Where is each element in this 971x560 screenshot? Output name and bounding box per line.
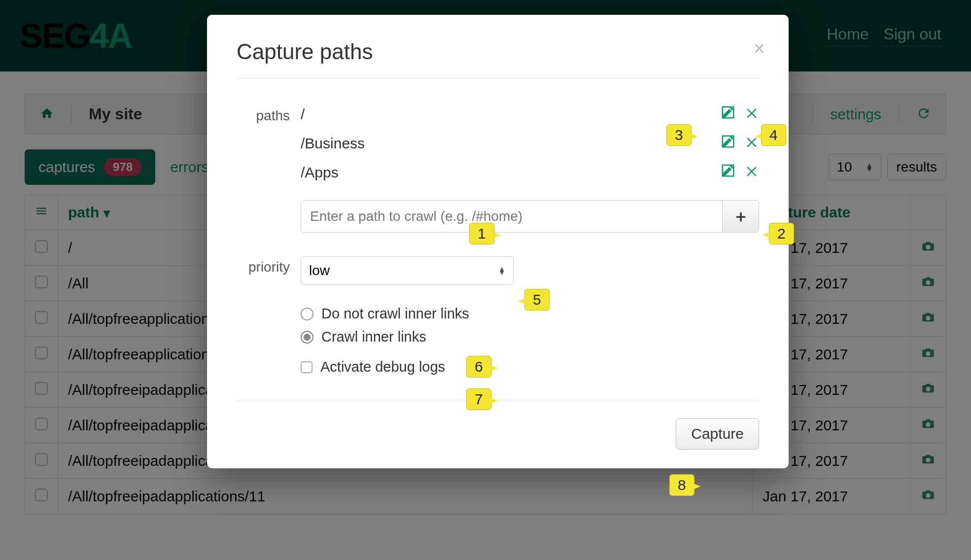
- debug-label: Activate debug logs: [320, 359, 445, 375]
- priority-value: low: [309, 263, 330, 279]
- priority-label: priority: [237, 256, 301, 275]
- callout-3: 3: [666, 124, 692, 146]
- path-entry: /: [301, 105, 759, 123]
- radio-crawl[interactable]: Crawl inner links: [301, 329, 759, 345]
- radio-no-crawl-label: Do not crawl inner links: [321, 306, 469, 322]
- paths-list: //Business/Apps: [301, 105, 759, 192]
- add-path-button[interactable]: ＋: [722, 201, 759, 232]
- path-input-group: ＋: [301, 200, 759, 233]
- capture-button[interactable]: Capture: [676, 418, 759, 450]
- radio-crawl-label: Crawl inner links: [321, 329, 426, 345]
- path-text: /Business: [301, 135, 365, 152]
- radio-icon: [301, 308, 313, 320]
- edit-icon[interactable]: [721, 105, 735, 123]
- edit-icon[interactable]: [721, 134, 735, 152]
- debug-checkbox[interactable]: Activate debug logs: [301, 359, 759, 375]
- callout-1: 1: [469, 223, 494, 245]
- select-arrows-icon: ▲▼: [498, 267, 505, 275]
- callout-4: 4: [761, 124, 786, 146]
- modal-title: Capture paths: [237, 39, 759, 78]
- path-entry: /Apps: [301, 163, 759, 181]
- paths-label: paths: [237, 105, 301, 124]
- delete-icon[interactable]: [744, 163, 759, 181]
- delete-icon[interactable]: [744, 105, 759, 123]
- radio-icon: [301, 331, 313, 344]
- close-icon[interactable]: ×: [754, 38, 765, 58]
- callout-2: 2: [769, 223, 794, 245]
- capture-paths-modal: × Capture paths paths //Business/Apps ＋ …: [207, 15, 789, 468]
- callout-7: 7: [466, 388, 491, 410]
- checkbox-icon: [301, 361, 312, 373]
- priority-select[interactable]: low ▲▼: [301, 256, 514, 285]
- callout-5: 5: [524, 289, 550, 311]
- path-text: /: [301, 106, 305, 123]
- edit-icon[interactable]: [721, 163, 735, 181]
- modal-footer: Capture: [237, 401, 759, 450]
- callout-8: 8: [669, 474, 694, 496]
- callout-6: 6: [466, 356, 491, 378]
- path-text: /Apps: [301, 164, 339, 181]
- path-input[interactable]: [301, 201, 722, 232]
